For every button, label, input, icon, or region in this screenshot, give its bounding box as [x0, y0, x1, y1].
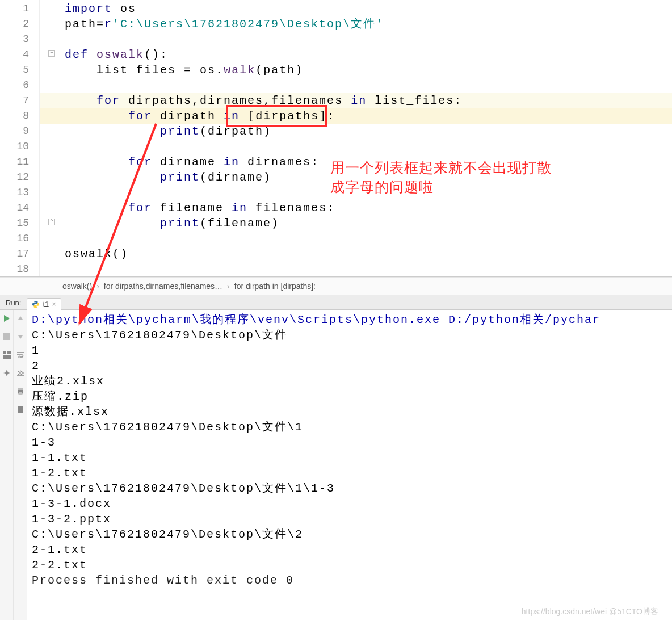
line-number: 9: [0, 124, 39, 139]
line-number: 8: [0, 108, 39, 124]
line-gutter: 1 2 3 4 5 6 7 8 9 10 11 12 13 14 15 16 1…: [0, 0, 40, 276]
run-button[interactable]: [2, 313, 12, 324]
python-icon: [32, 300, 40, 308]
print-button[interactable]: [15, 386, 26, 396]
annotation-text: 用一个列表框起来就不会出现打散 成字母的问题啦: [330, 158, 552, 196]
breadcrumb-item[interactable]: oswalk(): [62, 282, 92, 291]
console-line: 1: [32, 343, 672, 358]
console-line: 2: [32, 358, 672, 374]
line-number: 3: [0, 32, 39, 47]
console-line: C:\Users\17621802479\Desktop\文件: [32, 328, 672, 343]
code-line: [40, 78, 672, 93]
code-line: print(filename): [40, 216, 672, 231]
soft-wrap-button[interactable]: [15, 350, 26, 360]
console-line: 1-3-2.pptx: [32, 511, 672, 527]
code-line: for filename in filenames:: [40, 200, 672, 216]
line-number: 16: [0, 231, 39, 246]
line-number: 1: [0, 1, 39, 16]
line-number: 12: [0, 170, 39, 185]
breadcrumb: oswalk() › for dirpaths,dirnames,filenam…: [0, 277, 672, 295]
code-line: oswalk(): [40, 246, 672, 262]
code-line: [40, 32, 672, 47]
line-number: 6: [0, 78, 39, 93]
trash-button[interactable]: [15, 404, 26, 414]
console-exit-line: Process finished with exit code 0: [32, 573, 672, 588]
line-number: 13: [0, 185, 39, 200]
line-number: 15: [0, 216, 39, 231]
run-tab[interactable]: t1 ×: [27, 298, 61, 310]
console-line: C:\Users\17621802479\Desktop\文件\1: [32, 420, 672, 435]
console-line: 1-3-1.docx: [32, 496, 672, 511]
svg-rect-7: [19, 388, 22, 390]
console-output[interactable]: D:\python相关\pycharm\我的程序\venv\Scripts\py…: [27, 310, 672, 620]
svg-rect-10: [18, 406, 23, 408]
svg-rect-1: [3, 333, 10, 340]
down-button[interactable]: [15, 332, 26, 342]
code-area[interactable]: import os path=r'C:\Users\17621802479\De…: [40, 0, 672, 276]
line-number: 10: [0, 139, 39, 154]
run-tab-label: t1: [43, 300, 49, 308]
code-line: def oswalk():: [40, 47, 672, 62]
console-line: C:\Users\17621802479\Desktop\文件\2: [32, 527, 672, 542]
up-button[interactable]: [15, 313, 26, 324]
run-toolbar-secondary: [14, 310, 27, 620]
svg-rect-2: [3, 351, 6, 354]
highlight-box: [226, 105, 327, 127]
watermark: https://blog.csdn.net/wei @51CTO博客: [522, 607, 658, 617]
line-number: 5: [0, 62, 39, 78]
code-line: [40, 262, 672, 276]
chevron-right-icon: ›: [96, 282, 99, 291]
line-number: 4: [0, 47, 39, 62]
code-line: print(dirpath): [40, 124, 672, 139]
line-number: 7: [0, 93, 39, 108]
run-header: Run: t1 ×: [0, 295, 672, 310]
console-line: 业绩2.xlsx: [32, 374, 672, 389]
console-line: 2-1.txt: [32, 542, 672, 557]
code-editor[interactable]: 1 2 3 4 5 6 7 8 9 10 11 12 13 14 15 16 1…: [0, 0, 672, 277]
close-icon[interactable]: ×: [52, 300, 56, 308]
console-line: 1-2.txt: [32, 465, 672, 481]
code-line: [40, 231, 672, 246]
layout-button[interactable]: [2, 350, 12, 360]
svg-rect-3: [7, 351, 11, 354]
svg-rect-8: [19, 392, 22, 394]
run-toolbar-primary: [0, 310, 14, 620]
console-line: 源数据.xlsx: [32, 404, 672, 420]
console-line: C:\Users\17621802479\Desktop\文件\1\1-3: [32, 481, 672, 496]
console-line: 压缩.zip: [32, 389, 672, 404]
chevron-right-icon: ›: [227, 282, 230, 291]
line-number: 11: [0, 154, 39, 170]
pin-button[interactable]: [2, 368, 12, 378]
line-number: 14: [0, 200, 39, 216]
code-line: import os: [40, 1, 672, 16]
breadcrumb-item[interactable]: for dirpaths,dirnames,filenames…: [104, 282, 222, 291]
run-label: Run:: [0, 299, 27, 309]
svg-rect-9: [18, 408, 23, 413]
line-number: 2: [0, 16, 39, 32]
console-line: 2-2.txt: [32, 557, 672, 573]
code-line-current: for dirpath in [dirpaths]:: [40, 108, 672, 124]
line-number: 17: [0, 246, 39, 262]
run-panel: D:\python相关\pycharm\我的程序\venv\Scripts\py…: [0, 310, 672, 620]
stop-button[interactable]: [2, 332, 12, 342]
svg-rect-4: [3, 355, 11, 359]
breadcrumb-item[interactable]: for dirpath in [dirpaths]:: [234, 282, 316, 291]
scroll-to-end-button[interactable]: [15, 368, 26, 378]
code-line: list_files = os.walk(path): [40, 62, 672, 78]
line-number: 18: [0, 262, 39, 277]
console-line: 1-1.txt: [32, 450, 672, 465]
code-line: path=r'C:\Users\17621802479\Desktop\文件': [40, 16, 672, 32]
code-line: for dirpaths,dirnames,filenames in list_…: [40, 93, 672, 108]
console-cmd-line: D:\python相关\pycharm\我的程序\venv\Scripts\py…: [32, 312, 672, 328]
code-line: [40, 139, 672, 154]
console-line: 1-3: [32, 435, 672, 450]
